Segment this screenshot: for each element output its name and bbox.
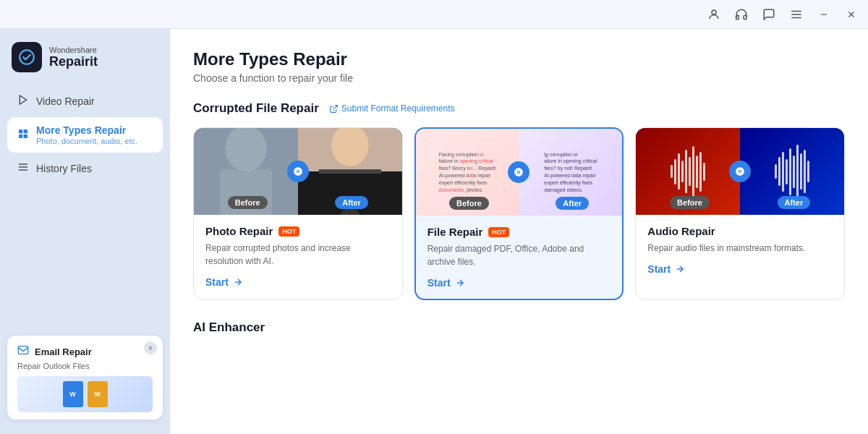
section-title-corrupted: Corrupted File Repair [193, 101, 319, 116]
email-repair-card: × Email Repair Repair Outlook Files W W [7, 336, 163, 420]
audio-before [636, 128, 740, 215]
file-repair-card[interactable]: Facing corruption or failure in opening … [414, 127, 624, 300]
photo-repair-preview: Before After [194, 128, 402, 215]
photo-repair-card[interactable]: Before After Photo Repair HOT Repair cor… [193, 127, 403, 300]
audio-repair-desc: Repair audio files in mainstream formats… [647, 242, 833, 255]
page-title: More Types Repair [193, 49, 845, 69]
file-before: Facing corruption or failure in opening … [416, 129, 519, 216]
sidebar-nav: Video Repair More Types Repair Photo, do… [0, 87, 170, 183]
photo-repair-overlay-icon [287, 161, 309, 182]
email-card-image: W W [17, 376, 153, 412]
file-repair-body: File Repair HOT Repair damaged PDF, Offi… [416, 216, 623, 299]
app-logo: Wondershare Repairit [0, 29, 170, 87]
sidebar-bottom: × Email Repair Repair Outlook Files W W [7, 336, 163, 420]
titlebar [0, 0, 868, 29]
brand-name: Wondershare [49, 46, 98, 54]
svg-point-0 [712, 10, 716, 14]
svg-rect-10 [24, 129, 27, 133]
submit-format-link[interactable]: Submit Format Requirements [329, 103, 455, 114]
file-repair-overlay-icon [508, 161, 529, 183]
repair-cards-row: Before After Photo Repair HOT Repair cor… [193, 127, 845, 300]
audio-repair-overlay-icon [729, 161, 751, 182]
submit-format-label: Submit Format Requirements [341, 103, 455, 114]
logo-text: Wondershare Repairit [49, 46, 98, 69]
audio-repair-start-button[interactable]: Start [647, 263, 833, 275]
person-icon[interactable] [706, 7, 722, 22]
section-header-corrupted: Corrupted File Repair Submit Format Requ… [193, 101, 845, 116]
photo-after [298, 128, 402, 215]
email-card-title: Email Repair [35, 346, 92, 357]
close-icon[interactable] [843, 7, 859, 22]
history-icon [17, 161, 29, 176]
product-name: Repairit [49, 54, 98, 69]
file-repair-preview: Facing corruption or failure in opening … [416, 129, 623, 216]
main-content: More Types Repair Choose a function to r… [170, 29, 868, 434]
audio-repair-body: Audio Repair Repair audio files in mains… [636, 215, 844, 285]
file-after: ig corruption or ailure in opening criti… [519, 129, 622, 216]
svg-rect-12 [24, 134, 27, 137]
photo-repair-hot-badge: HOT [278, 226, 299, 237]
photo-repair-body: Photo Repair HOT Repair corrupted photos… [194, 215, 402, 298]
more-types-icon [17, 128, 29, 142]
file-repair-title: File Repair [427, 226, 483, 238]
file-repair-start-button[interactable]: Start [427, 277, 611, 289]
chat-icon[interactable] [761, 7, 777, 22]
sidebar-item-video-repair[interactable]: Video Repair [7, 87, 163, 116]
sidebar-item-more-types[interactable]: More Types Repair Photo, document, audio… [7, 117, 163, 153]
waveform-before [671, 146, 705, 197]
nav-label-video: Video Repair [36, 95, 95, 107]
svg-rect-25 [319, 169, 381, 174]
sidebar-item-history[interactable]: History Files [7, 154, 163, 183]
email-icon [17, 344, 29, 359]
nav-label-more-types: More Types Repair [36, 124, 137, 136]
menu-icon[interactable] [788, 7, 804, 22]
photo-repair-title: Photo Repair [205, 225, 273, 237]
nav-sub-more-types: Photo, document, audio, etc. [36, 137, 137, 145]
section-header-ai: AI Enhancer [193, 320, 845, 335]
file-repair-hot-badge: HOT [488, 227, 509, 237]
sidebar: Wondershare Repairit Video Repair [0, 29, 170, 434]
svg-rect-11 [19, 134, 22, 137]
svg-rect-21 [194, 128, 298, 215]
section-title-ai: AI Enhancer [193, 320, 265, 335]
audio-repair-preview: Before After [636, 128, 844, 215]
email-card-close-button[interactable]: × [144, 341, 157, 354]
video-icon [17, 94, 29, 109]
svg-rect-9 [19, 129, 22, 133]
waveform-after [775, 145, 809, 199]
page-subtitle: Choose a function to repair your file [193, 72, 845, 84]
file-repair-desc: Repair damaged PDF, Office, Adobe and ar… [427, 242, 611, 268]
svg-rect-16 [18, 346, 27, 354]
email-card-sub: Repair Outlook Files [17, 362, 153, 370]
nav-label-history: History Files [36, 163, 92, 174]
svg-point-7 [20, 50, 34, 64]
photo-repair-desc: Repair corrupted photos and increase res… [205, 242, 391, 268]
headset-icon[interactable] [733, 7, 749, 22]
audio-repair-title: Audio Repair [647, 225, 715, 237]
svg-marker-8 [20, 95, 26, 104]
logo-icon [12, 42, 42, 72]
svg-line-17 [333, 105, 337, 109]
photo-before [194, 128, 298, 215]
audio-repair-card[interactable]: Before After Audio Repair Repair audio f… [635, 127, 845, 300]
minimize-icon[interactable] [816, 7, 832, 22]
audio-after [740, 128, 844, 215]
photo-repair-start-button[interactable]: Start [205, 276, 391, 288]
